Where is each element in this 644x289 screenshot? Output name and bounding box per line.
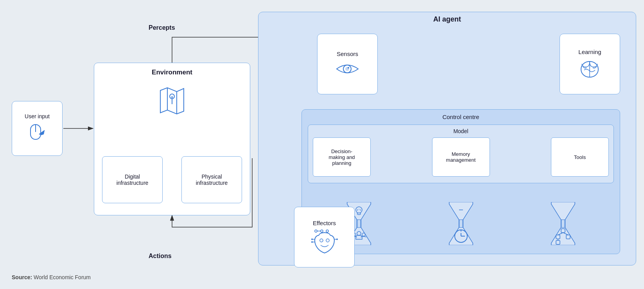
control-centre-box: Control centre Model Decision-making and… [301,109,620,254]
sensors-box: Sensors [317,34,378,94]
source-prefix: Source: [12,274,32,280]
svg-point-38 [311,238,313,240]
percepts-label: Percepts [149,24,175,31]
svg-point-43 [321,230,323,232]
memory-management-label: Memorymanagement [446,151,476,163]
physical-infra-box: Physicalinfrastructure [181,156,242,203]
eye-icon [335,60,360,78]
svg-point-17 [348,67,349,69]
source-label: Source: World Economic Forum [12,274,91,280]
learning-box: Learning [560,34,620,94]
decision-making-label: Decision-making andplanning [328,148,355,166]
tools-label: Tools [574,154,586,160]
memory-management-box: Memorymanagement [432,137,490,177]
svg-point-14 [171,96,173,98]
hourglass-memory-svg [445,202,477,245]
tools-box: Tools [551,137,609,177]
ai-agent-title: AI agent [258,15,636,23]
model-title: Model [308,128,614,134]
diagram-container: Percepts Actions User input Environment [0,0,644,289]
hourglass-tools [532,198,594,249]
effectors-box: Effectors [294,207,355,267]
effectors-title: Effectors [313,220,336,226]
environment-box: Environment Digitalinfrastructure Physic… [94,63,250,215]
map-icon [156,85,188,120]
hourglass-tools-svg [547,202,579,245]
model-box: Model Decision-making andplanning Memory… [308,125,614,183]
svg-point-35 [320,239,323,242]
actions-label: Actions [149,253,172,260]
environment-title: Environment [94,69,250,76]
ai-agent-box: AI agent Sensors Learning [258,12,636,266]
physical-infra-label: Physicalinfrastructure [196,173,228,186]
robot-icon [311,229,338,255]
brain-icon [577,58,603,80]
learning-title: Learning [578,49,601,55]
user-input-box: User input [12,101,63,156]
svg-point-40 [311,241,313,243]
sensors-title: Sensors [337,51,358,57]
hourglass-memory [430,198,492,249]
digital-infra-label: Digitalinfrastructure [117,173,149,186]
user-input-label: User input [25,113,50,119]
mouse-icon [27,123,47,144]
svg-point-36 [326,239,329,242]
control-centre-title: Control centre [302,114,620,120]
decision-making-box: Decision-making andplanning [313,137,371,177]
svg-marker-9 [39,130,45,135]
svg-point-42 [336,238,338,240]
digital-infra-box: Digitalinfrastructure [102,156,163,203]
svg-point-44 [326,230,328,232]
source-text: World Economic Forum [34,274,91,280]
